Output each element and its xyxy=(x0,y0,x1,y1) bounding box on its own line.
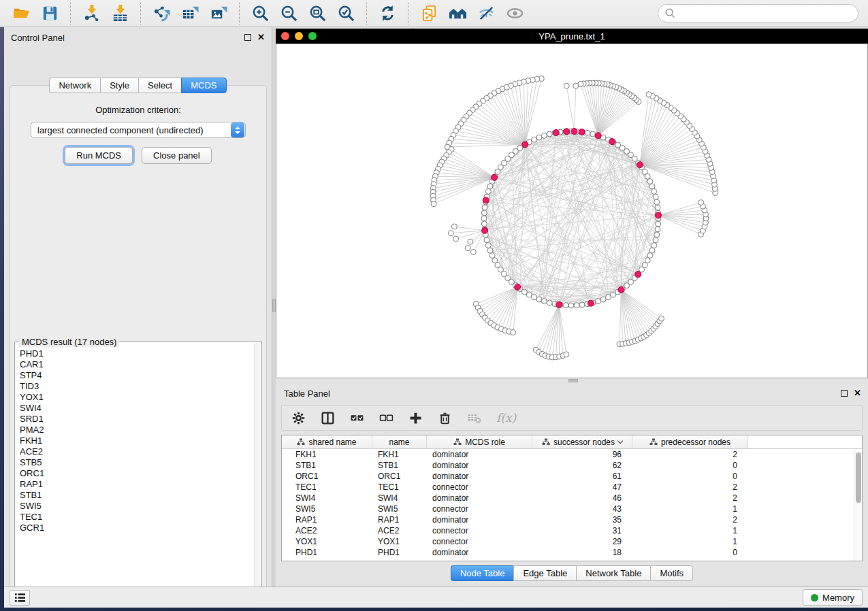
mcds-result-item[interactable]: GCR1 xyxy=(20,523,261,533)
refresh-button[interactable] xyxy=(375,2,400,25)
table-row[interactable]: ACE2ACE2connector311 xyxy=(282,525,862,536)
export-table-button[interactable] xyxy=(178,2,202,25)
mcds-result-item[interactable]: SRD1 xyxy=(20,414,261,425)
tab-style[interactable]: Style xyxy=(100,78,138,93)
zoom-fit-icon xyxy=(308,4,327,22)
select-all-checkboxes-button[interactable] xyxy=(350,411,364,425)
column-header-successor-nodes[interactable]: successor nodes xyxy=(532,435,632,448)
tab-mcds[interactable]: MCDS xyxy=(181,78,226,93)
zoom-out-button[interactable] xyxy=(276,2,301,25)
settings-gear-button[interactable] xyxy=(291,411,306,425)
tab-edge-table[interactable]: Edge Table xyxy=(513,565,576,581)
table-row[interactable]: FKH1FKH1dominator962 xyxy=(282,449,862,460)
table-row[interactable]: RAP1RAP1dominator352 xyxy=(282,514,862,525)
float-table-panel-icon[interactable] xyxy=(841,390,848,397)
horizontal-splitter-handle[interactable] xyxy=(568,379,578,382)
split-view-button[interactable] xyxy=(321,411,335,425)
float-panel-icon[interactable] xyxy=(244,34,251,41)
mcds-result-item[interactable]: STB5 xyxy=(20,457,261,468)
mcds-result-item[interactable]: SWI5 xyxy=(20,501,261,512)
mcds-result-legend: MCDS result (17 nodes) xyxy=(19,337,119,347)
import-network-button[interactable] xyxy=(79,2,103,25)
cell-MCDS-role: dominator xyxy=(427,460,532,471)
network-overview-button[interactable] xyxy=(445,2,470,25)
cell-shared-name: PHD1 xyxy=(282,547,372,558)
export-image-button[interactable] xyxy=(206,2,231,25)
network-canvas[interactable] xyxy=(276,44,868,378)
tab-select[interactable]: Select xyxy=(138,78,181,93)
table-scrollbar[interactable] xyxy=(854,450,861,561)
add-column-button[interactable] xyxy=(408,411,423,425)
clear-all-checkboxes-button[interactable] xyxy=(379,411,393,425)
import-table-button[interactable] xyxy=(108,2,132,25)
table-row[interactable]: PHD1PHD1dominator180 xyxy=(282,547,862,558)
delete-column-button[interactable] xyxy=(438,411,452,425)
column-header-predecessor-nodes[interactable]: predecessor nodes xyxy=(632,435,748,448)
hide-graphics-detail-button[interactable] xyxy=(474,2,498,25)
table-row[interactable]: STB1STB1dominator620 xyxy=(282,460,862,471)
tab-network-table[interactable]: Network Table xyxy=(576,565,650,581)
mcds-result-item[interactable]: YOX1 xyxy=(20,392,261,403)
mcds-result-item[interactable]: CAR1 xyxy=(20,359,261,370)
mcds-result-item[interactable]: ACE2 xyxy=(20,446,261,457)
table-panel: Table Panel ✕ f(x) shared namenameMCDS r… xyxy=(276,383,868,587)
show-graphics-detail-button[interactable] xyxy=(502,2,527,25)
table-row[interactable]: YOX1YOX1connector291 xyxy=(282,536,862,547)
cell-predecessor-nodes: 2 xyxy=(632,514,748,525)
cell-predecessor-nodes: 0 xyxy=(632,460,748,471)
mcds-list-scrollbar[interactable] xyxy=(254,344,260,591)
network-title: YPA_prune.txt_1 xyxy=(276,31,868,42)
mcds-result-list[interactable]: PHD1CAR1STP4TID3YOX1SWI4SRD1PMA2FKH1ACE2… xyxy=(15,342,261,533)
export-network-button[interactable] xyxy=(149,2,174,25)
tab-network[interactable]: Network xyxy=(49,78,100,93)
cell-successor-nodes: 61 xyxy=(532,471,632,482)
zoom-fit-button[interactable] xyxy=(305,2,329,25)
mcds-result-item[interactable]: PHD1 xyxy=(20,348,261,359)
close-table-panel-icon[interactable]: ✕ xyxy=(854,390,861,397)
optimization-criterion-label: Optimization criterion: xyxy=(10,105,266,115)
mcds-result-item[interactable]: ORC1 xyxy=(20,468,261,479)
criterion-select[interactable]: largest connected component (undirected) xyxy=(31,122,246,138)
column-header-MCDS-role[interactable]: MCDS role xyxy=(427,435,532,448)
column-header-shared-name[interactable]: shared name xyxy=(282,435,372,448)
table-scrollbar-thumb[interactable] xyxy=(856,452,861,503)
mcds-result-item[interactable]: SWI4 xyxy=(20,403,261,414)
table-row[interactable]: SWI5SWI5connector431 xyxy=(282,503,862,514)
zoom-selected-button[interactable] xyxy=(334,2,358,25)
mcds-result-item[interactable]: PMA2 xyxy=(20,425,261,435)
cell-successor-nodes: 47 xyxy=(532,482,632,493)
save-session-button[interactable] xyxy=(37,2,62,25)
memory-button[interactable]: Memory xyxy=(803,589,863,606)
sort-indicator-icon xyxy=(617,438,623,444)
mcds-result-item[interactable]: TID3 xyxy=(20,381,261,392)
clear-all-checkboxes-icon xyxy=(379,411,393,425)
column-type-icon xyxy=(649,438,658,446)
mcds-result-item[interactable]: FKH1 xyxy=(20,435,261,446)
close-panel-button[interactable]: Close panel xyxy=(142,147,212,164)
duplicate-network-button[interactable] xyxy=(417,2,441,25)
tab-node-table[interactable]: Node Table xyxy=(451,565,514,581)
search-box[interactable] xyxy=(658,4,858,22)
table-row[interactable]: SWI4SWI4dominator462 xyxy=(282,493,862,503)
table-row[interactable]: TEC1TEC1connector472 xyxy=(282,482,862,493)
tab-motifs[interactable]: Motifs xyxy=(650,565,693,581)
mcds-result-item[interactable]: STP4 xyxy=(20,370,261,381)
mcds-result-item[interactable]: STB1 xyxy=(20,490,261,501)
cell-name: ORC1 xyxy=(372,471,427,482)
mcds-result-item[interactable]: TEC1 xyxy=(20,512,261,523)
open-file-button[interactable] xyxy=(9,2,33,25)
close-panel-icon[interactable]: ✕ xyxy=(257,34,265,41)
zoom-in-button[interactable] xyxy=(248,2,272,25)
search-input[interactable] xyxy=(679,9,852,18)
add-column-icon xyxy=(408,411,423,425)
cell-successor-nodes: 29 xyxy=(532,536,632,547)
mcds-result-item[interactable]: RAP1 xyxy=(20,479,261,490)
table-row[interactable]: ORC1ORC1dominator610 xyxy=(282,471,862,482)
column-header-name[interactable]: name xyxy=(372,435,427,448)
horizontal-splitter[interactable] xyxy=(276,378,868,383)
run-mcds-button[interactable]: Run MCDS xyxy=(65,147,133,164)
export-image-icon xyxy=(210,4,228,22)
cell-predecessor-nodes: 2 xyxy=(632,493,748,503)
table-panel-header: Table Panel ✕ xyxy=(276,383,868,401)
task-history-button[interactable] xyxy=(10,590,30,606)
